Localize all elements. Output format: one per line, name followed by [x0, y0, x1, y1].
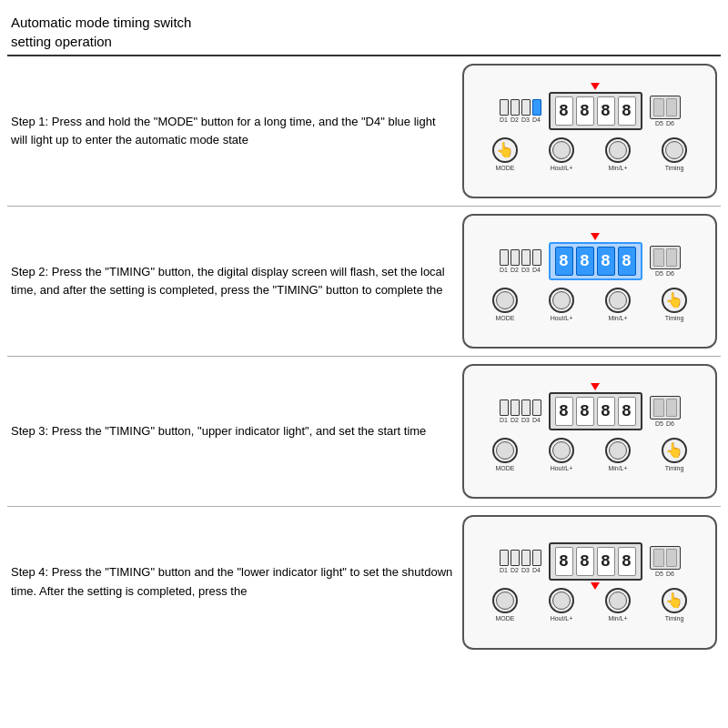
step1-left-labels: D1 D2 D3 D4 [500, 116, 541, 123]
step3-btn-timing-label: Timing [665, 465, 684, 471]
step1-main-d2: 8 [576, 96, 594, 126]
step3-left-digits [500, 399, 541, 416]
step3-display-row: D1 D2 D3 D4 8 8 8 8 [473, 392, 706, 430]
step2-text: Step 2: Press the "TIMING" button, the d… [11, 263, 462, 299]
step1-right-labels: D5 D6 [655, 120, 675, 126]
step1-d5 [653, 98, 664, 116]
step2-right-segs: D5 D6 [650, 246, 681, 277]
step1-btn-timing[interactable] [662, 137, 687, 163]
step2-btn-min-label: Min/L+ [608, 315, 627, 321]
step3-left-labels: D1 D2 D3 D4 [500, 417, 541, 423]
step1-btn-hout-label: Hout/L+ [551, 165, 573, 171]
step3-d2 [511, 399, 520, 416]
step2-d5 [653, 248, 664, 267]
step4-btn-timing-group: 👆 Timing [662, 588, 687, 622]
step1-btn-mode-group: 👆 MODE [492, 137, 518, 171]
step2-btn-hout-inner [552, 291, 571, 309]
step1-btn-hout-group: Hout/L+ [549, 137, 574, 171]
main-container: Automatic mode timing switch setting ope… [0, 0, 728, 728]
step1-text: Step 1: Press and hold the "MODE" button… [11, 113, 462, 149]
step4-left-segs: D1 D2 D3 D4 [500, 550, 541, 573]
step2-btn-timing[interactable]: 👆 [662, 288, 687, 313]
step1-panel: D1 D2 D3 D4 8 8 8 8 [462, 64, 717, 198]
step2-left-segs: D1 D2 D3 D4 [500, 249, 541, 273]
step1-btn-min[interactable] [605, 137, 631, 163]
step3-btn-mode[interactable] [492, 438, 518, 463]
step4-panel: D1 D2 D3 D4 8 8 8 8 [462, 515, 717, 650]
step1-main-wrapper: 8 8 8 8 [549, 92, 642, 130]
step3-right-digits [650, 396, 681, 420]
title-line1: Automatic mode timing switch [11, 15, 191, 30]
step1-btn-timing-group: Timing [662, 137, 687, 171]
step2-btn-hout[interactable] [549, 288, 574, 313]
step3-btn-mode-group: MODE [492, 438, 518, 471]
step3-main-display: 8 8 8 8 [549, 392, 642, 430]
step4-text: Step 4: Press the "TIMING" button and th… [11, 563, 462, 600]
step1-right-segs: D5 D6 [650, 96, 681, 126]
step4-btn-hout-inner [552, 592, 571, 610]
step2-main-wrapper: 8 8 8 8 [549, 242, 642, 280]
step1-d6 [666, 98, 677, 116]
step1-left-segs: D1 D2 D3 D4 [500, 99, 541, 123]
step1-d3 [521, 99, 531, 116]
step1-btn-min-label: Min/L+ [608, 165, 627, 171]
title-line2: setting operation [11, 34, 112, 49]
step4-right-segs: D5 D6 [650, 546, 681, 577]
step3-btn-min[interactable] [605, 438, 631, 463]
step3-btn-hout[interactable] [549, 438, 574, 463]
step3-btn-min-label: Min/L+ [608, 465, 627, 471]
step4-btn-hout[interactable] [549, 588, 574, 613]
step1-main-display: 8 8 8 8 [549, 92, 642, 130]
step4-btn-min[interactable] [605, 588, 631, 613]
step2-btn-mode[interactable] [492, 288, 518, 313]
step2-display-row: D1 D2 D3 D4 8 8 8 8 [473, 242, 706, 280]
step3-row: Step 3: Press the "TIMING" button, "uppe… [7, 357, 721, 507]
step4-main-display: 8 8 8 8 [549, 542, 642, 581]
step2-left-digits [500, 249, 541, 266]
step1-btn-min-inner [609, 141, 627, 159]
step4-btn-mode-group: MODE [492, 588, 518, 622]
step3-main-wrapper: 8 8 8 8 [549, 392, 642, 430]
step2-btn-min[interactable] [605, 288, 631, 313]
step2-main-d4: 8 [618, 247, 636, 276]
step2-main-d2: 8 [576, 247, 594, 276]
step4-main-d3: 8 [597, 547, 615, 576]
step3-main-d3: 8 [597, 397, 615, 426]
step3-btn-hout-inner [552, 441, 571, 460]
step3-d5 [653, 399, 664, 417]
step4-main-d2: 8 [576, 547, 594, 576]
step1-btn-timing-inner [665, 141, 683, 159]
step3-text: Step 3: Press the "TIMING" button, "uppe… [11, 422, 462, 440]
step2-btn-mode-inner [496, 291, 514, 309]
step4-arrow [591, 582, 600, 590]
step4-right-digits [650, 546, 681, 570]
step3-btn-min-inner [609, 441, 627, 460]
step1-btn-mode[interactable]: 👆 [492, 137, 518, 163]
step1-display-row: D1 D2 D3 D4 8 8 8 8 [473, 92, 706, 130]
step2-d3 [521, 249, 531, 266]
step4-timing-hand-icon: 👆 [665, 593, 683, 608]
step4-btn-timing[interactable]: 👆 [662, 588, 687, 613]
step3-left-segs: D1 D2 D3 D4 [500, 399, 541, 423]
step2-main-d1: 8 [555, 247, 573, 276]
step1-mode-hand-icon: 👆 [496, 143, 514, 157]
step1-arrow [591, 83, 600, 90]
step4-left-labels: D1 D2 D3 D4 [500, 567, 541, 573]
step3-main-d4: 8 [618, 397, 636, 426]
step3-btn-timing[interactable]: 👆 [662, 438, 687, 463]
step1-d2 [511, 99, 520, 116]
step1-btn-hout[interactable] [549, 137, 574, 163]
step4-btn-hout-label: Hout/L+ [551, 615, 573, 622]
step3-panel: D1 D2 D3 D4 8 8 8 8 [462, 364, 717, 499]
step3-arrow [591, 383, 600, 390]
step2-d4 [532, 249, 541, 266]
step2-btn-timing-group: 👆 Timing [662, 288, 687, 321]
step2-right-labels: D5 D6 [655, 270, 675, 277]
step2-btn-min-group: Min/L+ [605, 288, 631, 321]
step4-btn-mode[interactable] [492, 588, 518, 613]
step4-btn-hout-group: Hout/L+ [549, 588, 574, 622]
title-section: Automatic mode timing switch setting ope… [7, 7, 721, 56]
step2-btn-mode-group: MODE [492, 288, 518, 321]
step4-d5 [653, 549, 664, 567]
step1-main-d4: 8 [618, 96, 636, 126]
